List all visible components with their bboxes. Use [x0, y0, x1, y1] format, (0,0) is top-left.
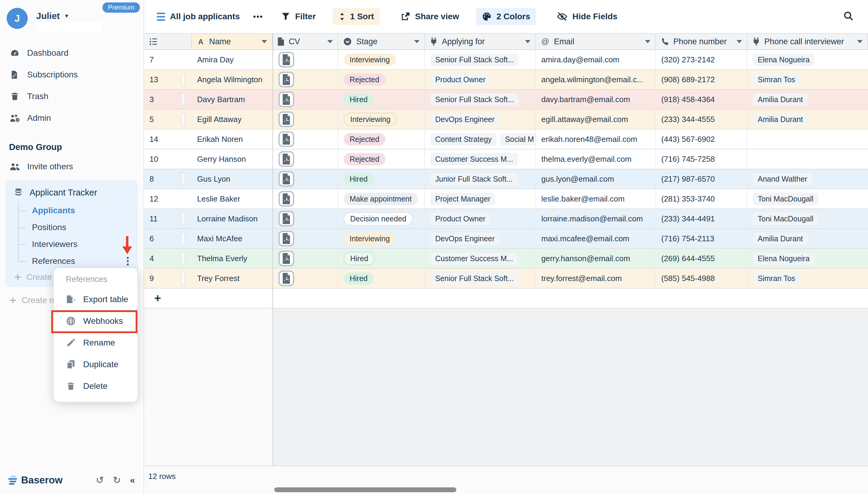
name-cell[interactable]: Leslie Baker: [192, 189, 273, 209]
interviewer-cell[interactable]: Toni MacDougall: [747, 189, 868, 209]
row-number-cell[interactable]: 7: [144, 50, 192, 70]
stage-cell[interactable]: Hired: [338, 90, 425, 110]
phone-cell[interactable]: (320) 273-2142: [656, 50, 747, 70]
column-header-email[interactable]: @ Email: [536, 34, 656, 50]
undo-button[interactable]: ↺: [96, 474, 104, 486]
context-menu-item-delete[interactable]: Delete: [54, 375, 137, 397]
interviewer-cell[interactable]: Amilia Durant: [747, 110, 868, 130]
email-cell[interactable]: thelma.everly@email.com: [536, 149, 656, 169]
column-header-name[interactable]: A Name: [192, 34, 273, 50]
cv-file-button[interactable]: [278, 111, 294, 127]
phone-cell[interactable]: (443) 567-6902: [656, 130, 747, 149]
applying-for-cell[interactable]: DevOps Engineer: [425, 110, 536, 130]
share-view-button[interactable]: Share view: [401, 12, 459, 21]
name-cell[interactable]: Lorraine Madison: [192, 209, 273, 229]
row-number-cell[interactable]: 8: [144, 169, 192, 189]
stage-cell[interactable]: Hired: [338, 269, 425, 289]
phone-cell[interactable]: (217) 987-6570: [656, 169, 747, 189]
cv-cell[interactable]: [273, 249, 338, 269]
name-cell[interactable]: Erikah Noren: [192, 130, 273, 149]
context-menu-item-duplicate[interactable]: Duplicate: [54, 354, 137, 375]
cv-cell[interactable]: [273, 130, 338, 149]
phone-cell[interactable]: (269) 644-4555: [656, 249, 747, 269]
name-cell[interactable]: Maxi McAfee: [192, 229, 273, 249]
cv-file-button[interactable]: [278, 171, 294, 187]
hide-fields-button[interactable]: Hide Fields: [557, 12, 617, 21]
stage-cell[interactable]: Decision needed: [338, 209, 425, 229]
cv-cell[interactable]: [273, 149, 338, 169]
email-cell[interactable]: maxi.mcafee@email.com: [536, 229, 656, 249]
row-number-cell[interactable]: 6: [144, 229, 192, 249]
column-header-phone-call-interviewer[interactable]: Phone call interviewer: [747, 34, 868, 50]
redo-button[interactable]: ↻: [113, 474, 121, 486]
interviewer-cell[interactable]: [747, 130, 868, 149]
colors-button[interactable]: 2 Colors: [476, 8, 536, 25]
interviewer-cell[interactable]: Anand Walther: [747, 169, 868, 189]
interviewer-cell[interactable]: Elena Nogueira: [747, 249, 868, 269]
interviewer-cell[interactable]: Amilia Durant: [747, 229, 868, 249]
cv-file-button[interactable]: [278, 72, 294, 87]
sidebar-item-subscriptions[interactable]: Subscriptions: [0, 64, 144, 86]
column-header-stage[interactable]: Stage: [338, 34, 425, 50]
applying-for-cell[interactable]: Junior Full Stack Soft...: [425, 169, 536, 189]
cv-file-button[interactable]: [278, 270, 294, 286]
interviewer-cell[interactable]: Simran Tos: [747, 70, 868, 90]
context-menu-item-rename[interactable]: Rename: [54, 332, 137, 354]
chevron-down-icon[interactable]: [525, 40, 531, 43]
row-number-cell[interactable]: 11: [144, 209, 192, 229]
phone-cell[interactable]: (716) 754-2113: [656, 229, 747, 249]
interviewer-cell[interactable]: [747, 149, 868, 169]
cv-file-button[interactable]: [278, 231, 294, 246]
interviewer-cell[interactable]: Toni MacDougall: [747, 209, 868, 229]
email-cell[interactable]: erikah.noren48@email.com: [536, 130, 656, 149]
sidebar-table-references[interactable]: References: [5, 253, 138, 270]
cv-file-button[interactable]: [278, 251, 294, 266]
email-cell[interactable]: gerry.hanson@email.com: [536, 249, 656, 269]
applying-for-cell[interactable]: Customer Success M...: [425, 149, 536, 169]
sidebar-item-dashboard[interactable]: Dashboard: [0, 42, 144, 64]
row-number-cell[interactable]: 4: [144, 249, 192, 269]
row-number-cell[interactable]: 10: [144, 149, 192, 169]
stage-cell[interactable]: Interviewing: [338, 50, 425, 70]
collapse-sidebar-button[interactable]: «: [130, 475, 135, 485]
row-number-cell[interactable]: 9: [144, 269, 192, 289]
name-cell[interactable]: Thelma Everly: [192, 249, 273, 269]
phone-cell[interactable]: (918) 458-4364: [656, 90, 747, 110]
cv-file-button[interactable]: [278, 151, 294, 167]
cv-cell[interactable]: [273, 169, 338, 189]
column-header-cv[interactable]: CV: [273, 34, 338, 50]
sidebar-table-applicants[interactable]: Applicants: [5, 202, 138, 219]
sidebar-item-applicant-tracker[interactable]: Applicant Tracker: [5, 184, 138, 201]
cv-file-button[interactable]: [278, 131, 294, 147]
applying-for-cell[interactable]: Project Manager: [425, 189, 536, 209]
name-cell[interactable]: Trey Forrest: [192, 269, 273, 289]
email-cell[interactable]: gus.lyon@email.com: [536, 169, 656, 189]
phone-cell[interactable]: (585) 545-4988: [656, 269, 747, 289]
stage-cell[interactable]: Rejected: [338, 130, 425, 149]
name-cell[interactable]: Gerry Hanson: [192, 149, 273, 169]
applying-for-cell[interactable]: Senior Full Stack Soft...: [425, 50, 536, 70]
context-menu-item-export-table[interactable]: Export table: [54, 289, 137, 310]
row-number-cell[interactable]: 12: [144, 189, 192, 209]
cv-cell[interactable]: [273, 269, 338, 289]
chevron-down-icon[interactable]: [327, 40, 333, 43]
chevron-down-icon[interactable]: [737, 40, 742, 43]
name-cell[interactable]: Angela Wilmington: [192, 70, 273, 90]
add-row-button[interactable]: +: [144, 289, 868, 308]
email-cell[interactable]: amira.day@email.com: [536, 50, 656, 70]
stage-cell[interactable]: Interviewing: [338, 229, 425, 249]
horizontal-scrollbar[interactable]: [274, 487, 456, 492]
phone-cell[interactable]: (233) 344-4491: [656, 209, 747, 229]
applying-for-cell[interactable]: Product Owner: [425, 209, 536, 229]
column-header-row-id[interactable]: [144, 34, 192, 50]
sidebar-table-interviewers[interactable]: Interviewers: [5, 236, 138, 253]
interviewer-cell[interactable]: Simran Tos: [747, 269, 868, 289]
email-cell[interactable]: egill.attaway@email.com: [536, 110, 656, 130]
cv-cell[interactable]: [273, 189, 338, 209]
stage-cell[interactable]: Hired: [338, 169, 425, 189]
chevron-down-icon[interactable]: [645, 40, 650, 43]
email-cell[interactable]: angela.wilmington@email.c...: [536, 70, 656, 90]
applying-for-cell[interactable]: DevOps Engineer: [425, 229, 536, 249]
cv-cell[interactable]: [273, 70, 338, 90]
sidebar-item-admin[interactable]: Admin: [0, 107, 144, 129]
